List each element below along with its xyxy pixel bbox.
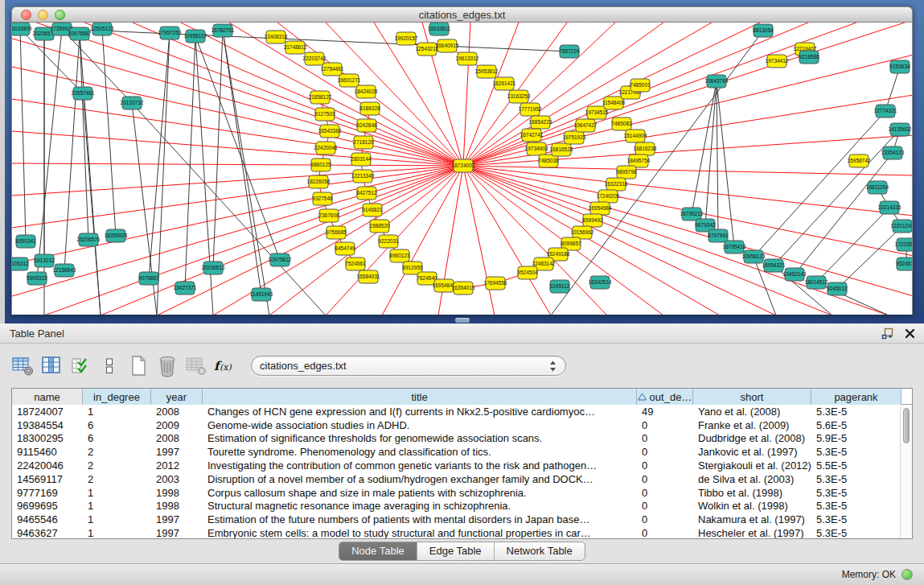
- network-node[interactable]: 18226058: [307, 175, 331, 188]
- network-node[interactable]: 17694556: [484, 277, 507, 290]
- float-panel-icon[interactable]: [881, 328, 893, 340]
- network-edge[interactable]: [12, 166, 463, 296]
- network-node[interactable]: 8960123: [389, 249, 410, 262]
- network-node[interactable]: 16322318: [605, 178, 628, 191]
- network-node[interactable]: 19734412: [766, 55, 789, 68]
- network-node[interactable]: 16342514: [589, 276, 612, 289]
- network-node[interactable]: 9105312: [12, 257, 29, 270]
- network-node[interactable]: 16354019: [452, 282, 475, 295]
- column-header-pagerank[interactable]: pagerank: [811, 389, 901, 405]
- network-node[interactable]: 10647427: [574, 119, 598, 132]
- network-node[interactable]: 9245012: [827, 282, 848, 295]
- network-node[interactable]: 15953812: [475, 65, 499, 78]
- table-row[interactable]: 946554611997Estimation of the future num…: [12, 513, 912, 526]
- network-node[interactable]: 19613312: [456, 52, 479, 65]
- column-header-in_degree[interactable]: in_degree: [83, 389, 151, 405]
- column-visibility-icon[interactable]: [39, 354, 64, 378]
- panel-splitter-handle[interactable]: [455, 318, 470, 323]
- network-window-titlebar[interactable]: citations_edges.txt: [11, 6, 913, 23]
- network-node[interactable]: 12201243: [891, 220, 913, 233]
- network-node[interactable]: 2803144: [351, 153, 372, 166]
- column-header-out_de[interactable]: out_de…: [637, 389, 693, 405]
- network-edge[interactable]: [12, 67, 463, 166]
- network-node[interactable]: 9127503: [314, 108, 335, 121]
- network-node[interactable]: 8950341: [15, 235, 36, 248]
- network-node[interactable]: 17203554: [895, 238, 913, 251]
- close-panel-icon[interactable]: [903, 328, 916, 340]
- network-node[interactable]: 11451943: [250, 288, 273, 301]
- network-edge[interactable]: [83, 93, 101, 315]
- network-edge[interactable]: [463, 166, 913, 175]
- network-node[interactable]: 9524504: [517, 266, 538, 279]
- network-node[interactable]: 7485083: [611, 117, 632, 130]
- network-node[interactable]: 16816528: [550, 143, 573, 156]
- network-node[interactable]: 16795418: [723, 241, 746, 253]
- rows-icon[interactable]: [97, 354, 122, 378]
- network-node[interactable]: 9895798: [616, 166, 637, 179]
- network-node[interactable]: 25206576: [77, 233, 101, 246]
- network-node[interactable]: 20557461: [72, 87, 95, 100]
- network-node[interactable]: 9222031: [378, 235, 399, 248]
- network-node[interactable]: 19734903: [525, 142, 548, 155]
- table-row[interactable]: 969969511998Structural magnetic resonanc…: [12, 500, 912, 513]
- network-node[interactable]: 20206513: [202, 262, 225, 274]
- network-edge[interactable]: [692, 81, 717, 214]
- network-node[interactable]: 8427512: [356, 187, 377, 200]
- network-node[interactable]: 3913212: [34, 254, 55, 267]
- network-node[interactable]: 2367608: [318, 209, 339, 222]
- network-edge[interactable]: [62, 29, 569, 51]
- network-node[interactable]: 15144909: [624, 130, 647, 142]
- network-node[interactable]: 8797941: [708, 229, 729, 242]
- network-node[interactable]: 16742741: [520, 129, 544, 142]
- network-node[interactable]: 12213349: [351, 170, 375, 183]
- table-settings-icon[interactable]: [10, 354, 35, 378]
- network-node[interactable]: 10958107: [184, 30, 207, 43]
- network-node[interactable]: 9524512: [896, 257, 913, 270]
- column-header-name[interactable]: name: [12, 389, 83, 405]
- network-edge[interactable]: [795, 153, 893, 274]
- network-node[interactable]: 17957253: [158, 27, 182, 39]
- network-edge[interactable]: [816, 208, 889, 282]
- tab-network-table[interactable]: Network Table: [494, 542, 585, 560]
- network-node[interactable]: 8813054: [753, 24, 774, 37]
- column-header-short[interactable]: short: [693, 389, 811, 405]
- network-node[interactable]: 1588520: [369, 220, 390, 233]
- network-node[interactable]: 16543382: [318, 125, 342, 138]
- network-edge[interactable]: [551, 31, 763, 315]
- network-edge[interactable]: [717, 81, 734, 247]
- network-edge[interactable]: [213, 31, 223, 268]
- network-node[interactable]: 7485001: [630, 79, 651, 92]
- network-node[interactable]: 5905315: [27, 272, 47, 285]
- network-node[interactable]: 9756685: [326, 226, 347, 239]
- network-node[interactable]: 16640915: [436, 39, 459, 52]
- network-node[interactable]: 18014512: [805, 276, 828, 289]
- new-document-icon[interactable]: [125, 354, 151, 378]
- network-node[interactable]: 10462143: [783, 268, 807, 281]
- network-node[interactable]: 15958742: [848, 154, 871, 167]
- network-node[interactable]: 17240205: [597, 190, 620, 203]
- network-node[interactable]: 12754461: [321, 63, 344, 76]
- network-node[interactable]: 12774321: [874, 105, 897, 117]
- network-node[interactable]: 10975887: [68, 27, 92, 40]
- table-row[interactable]: 1456911722003Disruption of a novel membe…: [12, 472, 912, 486]
- column-header-title[interactable]: title: [203, 389, 637, 405]
- network-node[interactable]: 16261421: [493, 77, 516, 90]
- network-node[interactable]: 22420046: [314, 142, 338, 154]
- network-node[interactable]: 9146821: [362, 204, 383, 216]
- network-edge[interactable]: [837, 226, 902, 289]
- tab-edge-table[interactable]: Edge Table: [417, 542, 494, 560]
- column-header-year[interactable]: year: [151, 389, 203, 405]
- network-edge[interactable]: [463, 166, 551, 315]
- network-edge[interactable]: [463, 166, 720, 315]
- delete-table-icon[interactable]: [183, 354, 209, 378]
- network-node[interactable]: 16954321: [762, 259, 786, 272]
- table-row[interactable]: 1872400712008Changes of HCN gene express…: [12, 405, 912, 418]
- network-node[interactable]: 16954984: [589, 202, 612, 215]
- network-node[interactable]: 17771952: [519, 103, 542, 116]
- network-edge[interactable]: [37, 29, 62, 278]
- network-node[interactable]: 16584931: [357, 270, 380, 283]
- table-scrollbar[interactable]: [900, 406, 912, 538]
- network-file-select[interactable]: citations_edges.txt: [251, 356, 566, 376]
- network-node[interactable]: 16033811: [428, 23, 451, 35]
- network-edge[interactable]: [463, 166, 832, 315]
